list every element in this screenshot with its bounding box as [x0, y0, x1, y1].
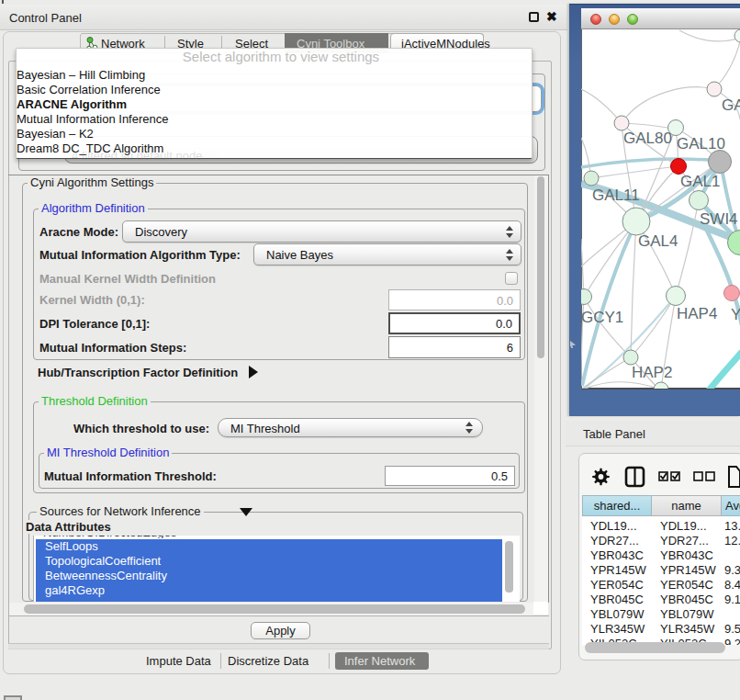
svg-text:SWI4: SWI4: [700, 210, 738, 228]
svg-text:GAL8: GAL8: [722, 96, 740, 114]
svg-text:GAL10: GAL10: [677, 135, 725, 152]
svg-text:GAL80: GAL80: [623, 130, 672, 147]
svg-text:GAL11: GAL11: [592, 186, 640, 204]
svg-text:HAP2: HAP2: [632, 364, 672, 381]
svg-text:GAL4: GAL4: [638, 232, 678, 250]
svg-text:HAP4: HAP4: [677, 305, 717, 322]
svg-text:GCY1: GCY1: [581, 309, 623, 326]
svg-text:Y: Y: [731, 306, 740, 323]
svg-text:GAL1: GAL1: [680, 173, 720, 190]
